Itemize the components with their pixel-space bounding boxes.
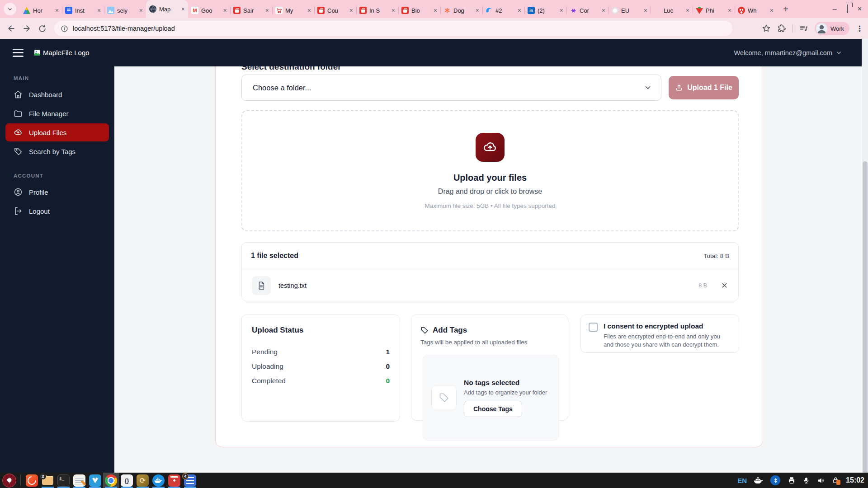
tab-close-icon[interactable]: × xyxy=(139,7,143,14)
tab-close-icon[interactable]: × xyxy=(97,7,101,14)
tab-close-icon[interactable]: × xyxy=(476,7,479,14)
blue-wave-icon xyxy=(486,7,493,14)
purple-mark-icon xyxy=(570,7,577,14)
restore-button[interactable] xyxy=(847,5,848,13)
sidebar-item-profile[interactable]: Profile xyxy=(5,183,109,201)
tab-close-icon[interactable]: × xyxy=(392,7,395,14)
tab-close-icon[interactable]: × xyxy=(181,6,185,12)
browser-tab[interactable]: Phi× xyxy=(693,3,735,18)
site-info-icon[interactable] xyxy=(61,25,68,33)
forward-button[interactable] xyxy=(19,21,34,36)
maple-launcher-button[interactable] xyxy=(2,474,16,488)
browser-tab[interactable]: Hor× xyxy=(20,3,62,18)
browser-tab[interactable]: Luc× xyxy=(651,3,693,18)
sidebar-item-logout[interactable]: Logout xyxy=(5,202,109,220)
tab-close-icon[interactable]: × xyxy=(518,7,521,14)
taskbar-app-downloader[interactable] xyxy=(166,473,182,488)
browser-tab[interactable]: MGoo× xyxy=(188,3,230,18)
browser-tab[interactable]: Sair× xyxy=(230,3,272,18)
tab-close-icon[interactable]: × xyxy=(55,7,59,14)
avatar xyxy=(816,23,827,34)
browser-tab[interactable]: Wh× xyxy=(735,3,777,18)
browser-tab[interactable]: in(2)× xyxy=(524,3,566,18)
browser-tab[interactable]: EU× xyxy=(609,3,651,18)
browser-tab[interactable]: Inst× xyxy=(62,3,104,18)
folder-select[interactable]: Choose a folder... xyxy=(241,75,661,101)
consent-checkbox[interactable] xyxy=(589,323,598,332)
browser-tab-active[interactable]: Map× xyxy=(146,0,188,18)
tab-close-icon[interactable]: × xyxy=(223,7,227,14)
sidebar-item-file-manager[interactable]: File Manager xyxy=(5,104,109,122)
taskbar-app-code-editor[interactable]: {} xyxy=(119,473,135,488)
back-button[interactable] xyxy=(4,21,19,36)
browser-tab[interactable]: Cou× xyxy=(314,3,356,18)
tab-close-icon[interactable]: × xyxy=(728,7,731,14)
page-scrollbar[interactable] xyxy=(862,39,868,473)
bluetooth-icon[interactable] xyxy=(770,475,780,485)
new-tab-button[interactable]: + xyxy=(779,3,792,15)
browser-tab[interactable]: #2× xyxy=(482,3,524,18)
dropzone[interactable]: Upload your files Drag and drop or click… xyxy=(241,110,739,231)
taskbar-app-blue-browser[interactable] xyxy=(87,473,103,488)
choose-tags-button[interactable]: Choose Tags xyxy=(464,401,522,417)
media-queue-icon[interactable] xyxy=(799,24,808,33)
tab-close-icon[interactable]: × xyxy=(265,7,269,14)
tab-close-icon[interactable]: × xyxy=(644,7,647,14)
no-tags-box: No tags selected Add tags to organize yo… xyxy=(423,355,559,441)
photo-icon xyxy=(107,7,114,14)
browser-tab[interactable]: seiy× xyxy=(104,3,146,18)
upload-status-panel: Upload Status Pending 1 Uploading 0 Comp… xyxy=(241,314,400,422)
tab-close-icon[interactable]: × xyxy=(307,7,311,14)
close-window-button[interactable]: × xyxy=(858,5,862,13)
browser-tab[interactable]: In S× xyxy=(356,3,398,18)
lock-indicator[interactable] xyxy=(832,476,839,484)
sidebar-item-upload-files[interactable]: Upload Files xyxy=(5,123,109,141)
printer-icon[interactable] xyxy=(787,476,796,484)
scrollbar-thumb[interactable] xyxy=(863,161,868,473)
firefox-icon xyxy=(26,474,38,487)
microphone-icon[interactable] xyxy=(803,476,810,485)
minimize-button[interactable]: – xyxy=(833,5,837,13)
tab-close-icon[interactable]: × xyxy=(560,7,563,14)
taskbar-app-chrome[interactable] xyxy=(103,473,119,488)
hamburger-menu-button[interactable] xyxy=(13,49,24,57)
tab-search-button[interactable] xyxy=(4,3,16,15)
bookmark-star-icon[interactable] xyxy=(762,24,771,33)
address-bar[interactable]: localhost:5173/file-manager/upload xyxy=(54,21,732,36)
gray-ring-icon xyxy=(612,7,618,14)
orange-burst-icon xyxy=(443,7,451,14)
tab-close-icon[interactable]: × xyxy=(686,7,689,14)
browser-menu-button[interactable]: ⋮ xyxy=(856,24,863,33)
remove-file-button[interactable] xyxy=(721,282,728,289)
volume-icon[interactable] xyxy=(816,477,826,484)
tab-close-icon[interactable]: × xyxy=(434,7,437,14)
browser-tab[interactable]: Blo× xyxy=(398,3,440,18)
browser-tab[interactable]: Cor× xyxy=(566,3,609,18)
taskbar-app-terminal[interactable]: $_ xyxy=(56,473,71,488)
tab-close-icon[interactable]: × xyxy=(349,7,353,14)
reload-button[interactable] xyxy=(34,21,50,36)
download-icon xyxy=(168,474,180,487)
clock[interactable]: 15:02 xyxy=(846,476,864,484)
browser-tab[interactable]: My× xyxy=(272,3,314,18)
sidebar-item-search-by-tags[interactable]: Search by Tags xyxy=(5,142,109,160)
taskbar-app-sync[interactable]: ⟳ xyxy=(135,473,151,488)
account-menu[interactable]: Welcome, rnmartinez@gmail.com xyxy=(734,49,842,56)
docker-tray-icon[interactable] xyxy=(754,477,764,484)
taskbar-app-file-manager[interactable]: 2 xyxy=(40,473,56,488)
cloud-upload-icon xyxy=(14,128,23,137)
sidebar-item-dashboard[interactable]: Dashboard xyxy=(5,85,109,103)
taskbar-app-notes[interactable]: 4 xyxy=(182,473,198,488)
profile-button[interactable]: Work xyxy=(815,22,849,35)
tab-close-icon[interactable]: × xyxy=(602,7,605,14)
extensions-puzzle-icon[interactable] xyxy=(777,24,786,33)
tab-close-icon[interactable]: × xyxy=(770,7,774,14)
taskbar-app-text-editor[interactable] xyxy=(71,473,87,488)
language-indicator[interactable]: EN xyxy=(737,477,747,484)
browser-tab[interactable]: Dog× xyxy=(440,3,482,18)
upload-file-button[interactable]: Upload 1 File xyxy=(669,76,739,99)
tag-icon xyxy=(420,326,429,334)
taskbar-app-firefox[interactable] xyxy=(24,473,40,488)
taskbar-app-docker[interactable] xyxy=(151,473,166,488)
dropzone-note: Maximum file size: 5GB • All file types … xyxy=(425,202,555,209)
